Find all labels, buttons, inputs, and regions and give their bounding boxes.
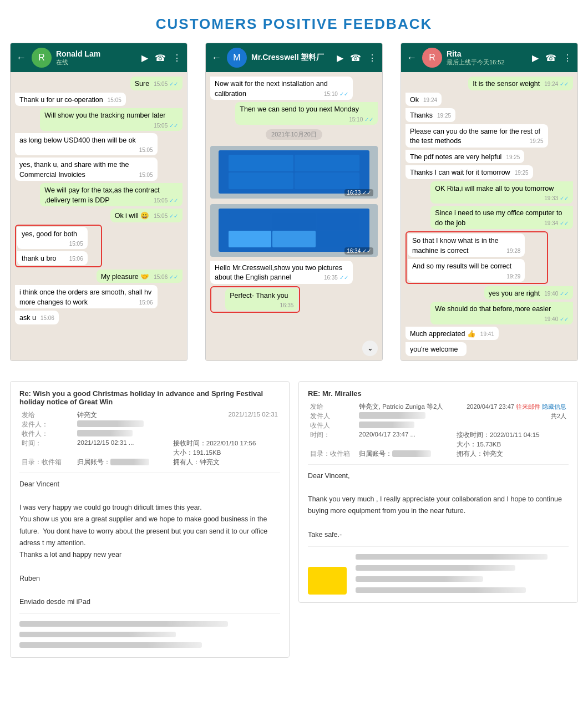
email-footer-blurred — [19, 620, 280, 649]
msg-time: 19:28 — [506, 247, 520, 255]
msg-time: 19:24 ✓✓ — [544, 80, 569, 88]
sender-label: 发件人： — [19, 420, 75, 429]
msg-time: 15:06 — [40, 314, 54, 322]
menu-icon-2[interactable]: ⋮ — [368, 53, 377, 63]
incoming-label: 往来邮件 — [516, 403, 540, 410]
date-divider: 2021年10月20日 — [266, 129, 322, 140]
msg-time: 15:05 — [108, 97, 121, 104]
from-date: 2021/12/15 02:31 — [171, 410, 280, 420]
msg-time: 15:10 ✓✓ — [349, 116, 373, 124]
image-time-2: 16:34 ✓✓ — [344, 247, 373, 255]
date-time-2: 2020/04/17 23:47 往来邮件 隐藏信息 — [454, 402, 569, 412]
msg: you're welcome — [405, 342, 467, 356]
body-text-2: Thank you very much , I really appreciat… — [308, 494, 569, 517]
contact-info-2: Mr.Cresswell 塑料厂 — [251, 53, 332, 63]
msg-time: 15:06 — [139, 299, 153, 307]
time-value-2: 2020/04/17 23:47 ... — [357, 430, 454, 440]
contact-status-3: 最后上线于今天16:52 — [447, 58, 528, 67]
from-label: 发给 — [19, 410, 75, 420]
msg: Since i need to use my office computer t… — [430, 206, 573, 229]
time-label: 时间： — [19, 439, 75, 448]
msg-time: 19:29 — [506, 273, 520, 281]
phone-icon[interactable]: ☎ — [155, 53, 166, 63]
back-arrow-icon-2[interactable]: ← — [211, 52, 221, 64]
chats-section: ← R Ronald Lam 在线 ▶ ☎ ⋮ Sure 15:05 ✓✓ Th… — [0, 43, 588, 371]
email-divider-2 — [308, 464, 569, 465]
email-panel-2: RE: Mr. Miralles 发给 钟亮文, Patricio Zuniga… — [298, 381, 578, 603]
chat-body-3: It is the sensor weight 19:24 ✓✓ Ok 19:2… — [401, 72, 577, 360]
email-meta-1: 发给 钟亮文 2021/12/15 02:31 发件人： 收件人： 时间： 20 — [19, 410, 280, 467]
msg: Hello Mr.Cresswell,show you two pictures… — [210, 261, 353, 284]
msg: Much appreciated 👍 19:41 — [405, 327, 499, 341]
video-icon-3[interactable]: ▶ — [532, 53, 539, 63]
phone-icon-3[interactable]: ☎ — [545, 53, 556, 63]
recv-time: 接收时间：2022/01/10 17:56 — [171, 439, 280, 448]
msg: It is the sensor weight 19:24 ✓✓ — [468, 77, 573, 90]
msg: Ok 19:24 — [405, 93, 442, 106]
salutation-2: Dear Vincent, — [308, 470, 569, 482]
header-icons-3: ▶ ☎ ⋮ — [532, 53, 572, 63]
from-names-2: 钟亮文, Patricio Zuniga 等2人 — [357, 402, 454, 412]
msg: as long below USD400 then will be ok 15:… — [15, 133, 158, 156]
back-arrow-icon[interactable]: ← — [16, 52, 26, 64]
account-label: 归属账号： — [75, 458, 171, 467]
email-body-1: Dear Vincent I was very happy we could g… — [19, 479, 280, 608]
email-body-2: Dear Vincent, Thank you very much , I re… — [308, 470, 569, 541]
body-closing-2: Take safe.- — [308, 529, 569, 541]
email-subject-2: RE: Mr. Miralles — [308, 389, 569, 398]
msg-time: 15:05 — [139, 146, 153, 154]
msg: Thanks I can wait for it tomorrow 19:25 — [405, 165, 533, 179]
msg: And so my results will be correct 19:29 — [408, 259, 525, 282]
signature: Ruben — [19, 573, 280, 585]
msg: Will show you the tracking number later … — [40, 108, 183, 131]
video-icon[interactable]: ▶ — [141, 53, 148, 63]
msg: yes you are right 19:40 ✓✓ — [484, 286, 573, 300]
video-icon-2[interactable]: ▶ — [337, 53, 343, 63]
chat-panel-2: ← M Mr.Cresswell 塑料厂 ▶ ☎ ⋮ Now wait for … — [205, 43, 383, 361]
msg: thank u bro 15:06 — [17, 251, 88, 265]
email-divider-bottom-2 — [308, 546, 569, 547]
msg-time: 19:25 — [506, 154, 520, 161]
hide-label[interactable]: 隐藏信息 — [542, 403, 566, 410]
chat-header-1: ← R Ronald Lam 在线 ▶ ☎ ⋮ — [11, 43, 187, 72]
header-icons-2: ▶ ☎ ⋮ — [337, 53, 377, 63]
msg-time: 19:25 — [530, 138, 544, 145]
menu-icon[interactable]: ⋮ — [173, 53, 181, 63]
from-label-2: 发给 — [308, 402, 357, 412]
msg: Then we can send to you next Monday 15:1… — [235, 102, 378, 125]
back-arrow-icon-3[interactable]: ← — [407, 52, 417, 64]
msg-time: 15:05 — [139, 171, 153, 179]
msg-time: 19:40 ✓✓ — [544, 290, 569, 298]
highlight-box-1: yes, good for both 15:05 thank u bro 15:… — [15, 225, 102, 267]
msg: Ok i will 😀 15:05 ✓✓ — [110, 209, 183, 222]
msg: Thanks 19:25 — [405, 108, 455, 122]
highlight-box-3: So that I know what is in the machine is… — [405, 231, 548, 284]
chat-image-2: 16:34 ✓✓ — [210, 204, 378, 257]
msg-time: 15:06 ✓✓ — [154, 273, 178, 281]
msg-time: 19:24 — [423, 97, 437, 104]
chat-header-2: ← M Mr.Cresswell 塑料厂 ▶ ☎ ⋮ — [206, 43, 382, 72]
contact-name-3: Rita — [447, 49, 528, 58]
contact-name-2: Mr.Cresswell 塑料厂 — [251, 53, 332, 63]
msg-time: 15:06 — [69, 255, 83, 263]
menu-icon-3[interactable]: ⋮ — [563, 53, 572, 63]
salutation: Dear Vincent — [19, 479, 280, 490]
msg-time: 16:35 ✓✓ — [324, 274, 348, 282]
avatar-3: R — [422, 48, 442, 68]
avatar-1: R — [32, 48, 52, 68]
folder-label: 目录：收件箱 — [19, 458, 75, 467]
chat-image-1: 16:33 ✓✓ — [210, 146, 378, 199]
phone-icon-2[interactable]: ☎ — [350, 53, 361, 63]
msg-time: 19:41 — [480, 331, 494, 338]
body-line-2: You show us you are a great supplier and… — [19, 514, 280, 549]
msg-time: 19:34 ✓✓ — [544, 220, 569, 227]
yellow-image-placeholder — [308, 567, 347, 595]
email-meta-2: 发给 钟亮文, Patricio Zuniga 等2人 2020/04/17 2… — [308, 402, 569, 459]
scroll-down-button[interactable]: ⌄ — [362, 341, 378, 356]
email-divider-bottom — [19, 613, 280, 614]
msg-time: 16:35 — [280, 302, 293, 309]
chat-header-3: ← R Rita 最后上线于今天16:52 ▶ ☎ ⋮ — [401, 43, 577, 72]
msg: We should do that before,more easier 19:… — [430, 302, 573, 324]
header-icons-1: ▶ ☎ ⋮ — [141, 53, 181, 63]
msg: Thank u for ur co-operation 15:05 — [15, 93, 126, 106]
